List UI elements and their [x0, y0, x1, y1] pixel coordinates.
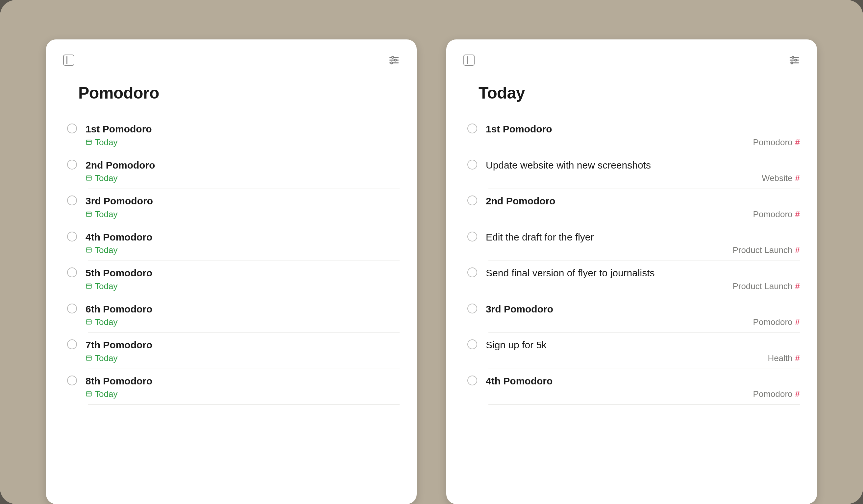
task-row[interactable]: Send final version of flyer to journalis… — [467, 261, 800, 297]
task-project: Health# — [486, 353, 800, 363]
task-row[interactable]: 2nd PomodoroPomodoro# — [467, 189, 800, 225]
task-row[interactable]: 1st PomodoroToday — [67, 117, 400, 153]
svg-rect-12 — [87, 248, 91, 252]
task-title: 6th Pomodoro — [86, 303, 400, 315]
task-row[interactable]: 8th PomodoroToday — [67, 369, 400, 405]
task-body: 2nd PomodoroPomodoro# — [486, 195, 800, 219]
task-row[interactable]: 4th PomodoroPomodoro# — [467, 369, 800, 405]
task-title: 2nd Pomodoro — [86, 159, 400, 171]
task-row[interactable]: 1st PomodoroPomodoro# — [467, 117, 800, 153]
svg-rect-20 — [87, 392, 91, 396]
hash-icon: # — [795, 173, 800, 183]
task-title: Send final version of flyer to journalis… — [486, 267, 800, 279]
svg-rect-6 — [87, 140, 91, 144]
page-title: Today — [463, 83, 800, 103]
task-date-label: Today — [95, 173, 117, 183]
sidebar-toggle-icon[interactable] — [463, 54, 475, 66]
task-date: Today — [86, 209, 400, 219]
card-header — [63, 54, 400, 66]
task-row[interactable]: 4th PomodoroToday — [67, 225, 400, 261]
task-row[interactable]: 7th PomodoroToday — [67, 333, 400, 369]
task-body: 1st PomodoroPomodoro# — [486, 123, 800, 147]
calendar-icon — [86, 317, 92, 327]
task-row[interactable]: Edit the draft for the flyerProduct Laun… — [467, 225, 800, 261]
project-label: Pomodoro — [753, 137, 792, 147]
task-checkbox[interactable] — [67, 303, 77, 313]
task-date: Today — [86, 389, 400, 399]
project-label: Pomodoro — [753, 209, 792, 219]
task-title: 2nd Pomodoro — [486, 195, 800, 207]
svg-rect-10 — [87, 212, 91, 216]
hash-icon: # — [795, 317, 800, 327]
task-date-label: Today — [95, 281, 117, 292]
task-row[interactable]: Sign up for 5kHealth# — [467, 333, 800, 369]
project-label: Product Launch — [733, 245, 792, 255]
today-card: Today 1st PomodoroPomodoro#Update websit… — [446, 39, 817, 504]
svg-point-1 — [392, 56, 394, 59]
project-label: Pomodoro — [753, 389, 792, 399]
task-title: 3rd Pomodoro — [486, 303, 800, 315]
task-date: Today — [86, 317, 400, 327]
task-date: Today — [86, 137, 400, 147]
project-label: Health — [767, 353, 792, 363]
divider — [88, 404, 400, 405]
task-row[interactable]: 2nd PomodoroToday — [67, 153, 400, 189]
task-body: 3rd PomodoroToday — [86, 195, 400, 219]
card-header — [463, 54, 800, 66]
task-body: Update website with new screenshotsWebsi… — [486, 159, 800, 184]
pomodoro-card: Pomodoro 1st PomodoroToday2nd PomodoroTo… — [46, 39, 417, 504]
task-checkbox[interactable] — [467, 303, 477, 313]
task-checkbox[interactable] — [67, 268, 77, 277]
task-row[interactable]: 5th PomodoroToday — [67, 261, 400, 297]
task-title: 1st Pomodoro — [486, 123, 800, 135]
task-checkbox[interactable] — [67, 124, 77, 133]
task-body: 2nd PomodoroToday — [86, 159, 400, 184]
task-row[interactable]: Update website with new screenshotsWebsi… — [467, 153, 800, 189]
task-body: 3rd PomodoroPomodoro# — [486, 303, 800, 327]
task-body: 1st PomodoroToday — [86, 123, 400, 147]
task-body: Sign up for 5kHealth# — [486, 339, 800, 363]
task-checkbox[interactable] — [67, 195, 77, 205]
task-body: 7th PomodoroToday — [86, 339, 400, 363]
task-date-label: Today — [95, 245, 117, 255]
task-checkbox[interactable] — [67, 160, 77, 169]
task-checkbox[interactable] — [467, 339, 477, 349]
hash-icon: # — [795, 389, 800, 399]
svg-rect-14 — [87, 284, 91, 288]
task-checkbox[interactable] — [467, 160, 477, 169]
view-options-icon[interactable] — [789, 54, 800, 66]
sidebar-toggle-icon[interactable] — [63, 54, 74, 66]
task-checkbox[interactable] — [67, 232, 77, 242]
task-project: Product Launch# — [486, 245, 800, 255]
divider — [488, 404, 800, 405]
task-body: 4th PomodoroPomodoro# — [486, 375, 800, 400]
task-checkbox[interactable] — [467, 124, 477, 133]
view-options-icon[interactable] — [388, 54, 400, 66]
task-list: 1st PomodoroToday2nd PomodoroToday3rd Po… — [63, 117, 400, 405]
task-checkbox[interactable] — [67, 376, 77, 385]
task-checkbox[interactable] — [467, 268, 477, 277]
calendar-icon — [86, 245, 92, 255]
task-date: Today — [86, 281, 400, 292]
task-body: 8th PomodoroToday — [86, 375, 400, 400]
calendar-icon — [86, 389, 92, 399]
task-checkbox[interactable] — [467, 376, 477, 385]
task-date-label: Today — [95, 353, 117, 363]
task-checkbox[interactable] — [467, 195, 477, 205]
task-row[interactable]: 6th PomodoroToday — [67, 297, 400, 333]
calendar-icon — [86, 281, 92, 292]
task-project: Website# — [486, 173, 800, 183]
svg-rect-18 — [87, 356, 91, 360]
task-title: Edit the draft for the flyer — [486, 231, 800, 244]
task-project: Pomodoro# — [486, 389, 800, 399]
task-checkbox[interactable] — [467, 232, 477, 242]
task-checkbox[interactable] — [67, 339, 77, 349]
task-date-label: Today — [95, 137, 117, 147]
task-date-label: Today — [95, 317, 117, 327]
calendar-icon — [86, 137, 92, 147]
task-row[interactable]: 3rd PomodoroToday — [67, 189, 400, 225]
svg-rect-8 — [87, 176, 91, 180]
task-row[interactable]: 3rd PomodoroPomodoro# — [467, 297, 800, 333]
page-title: Pomodoro — [63, 83, 400, 103]
svg-rect-16 — [87, 320, 91, 324]
